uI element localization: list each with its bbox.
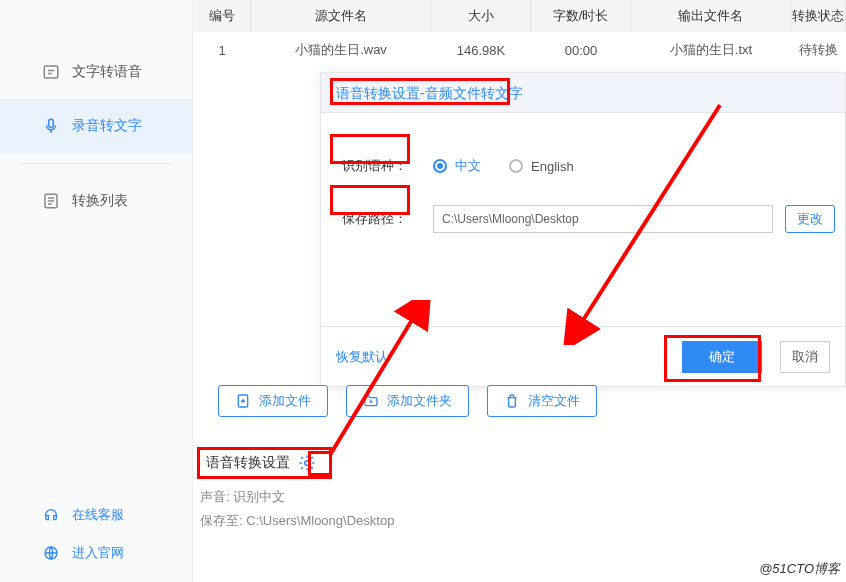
radio-label: English <box>531 159 574 174</box>
restore-link[interactable]: 恢复默认 <box>336 348 388 366</box>
settings-panel: 语音转换设置-音频文件转文字 识别语种： 中文 English 保存路径： 更改… <box>320 72 846 387</box>
th-src: 源文件名 <box>251 0 431 32</box>
path-input[interactable] <box>433 205 773 233</box>
add-folder-button[interactable]: 添加文件夹 <box>346 385 469 417</box>
tool-label: 添加文件 <box>259 392 311 410</box>
radio-zh[interactable]: 中文 <box>433 157 481 175</box>
td-size: 146.98K <box>431 32 531 68</box>
th-status: 转换状态 <box>791 0 846 32</box>
table-header: 编号 源文件名 大小 字数/时长 输出文件名 转换状态 <box>193 0 846 32</box>
mic-icon <box>42 117 60 135</box>
th-out: 输出文件名 <box>631 0 791 32</box>
clear-button[interactable]: 清空文件 <box>487 385 597 417</box>
td-status: 待转换 <box>791 32 846 68</box>
td-dur: 00:00 <box>531 32 631 68</box>
lang-label: 识别语种： <box>336 153 413 179</box>
toolbar: 添加文件 添加文件夹 清空文件 <box>218 385 597 417</box>
lang-radio-group: 中文 English <box>433 157 574 175</box>
sidebar: 文字转语音 录音转文字 转换列表 在线客服 进入官网 <box>0 0 193 582</box>
panel-footer: 恢复默认 确定 取消 <box>321 326 845 386</box>
change-button[interactable]: 更改 <box>785 205 835 233</box>
tts-icon <box>42 63 60 81</box>
tool-label: 添加文件夹 <box>387 392 452 410</box>
sidebar-label: 进入官网 <box>72 544 124 562</box>
td-id: 1 <box>193 32 251 68</box>
confirm-button[interactable]: 确定 <box>682 341 762 373</box>
th-size: 大小 <box>431 0 531 32</box>
cancel-button[interactable]: 取消 <box>780 341 830 373</box>
table-row[interactable]: 1 小猫的生日.wav 146.98K 00:00 小猫的生日.txt 待转换 <box>193 32 846 68</box>
folder-plus-icon <box>363 393 379 409</box>
divider <box>20 163 172 164</box>
radio-en[interactable]: English <box>509 159 574 174</box>
gear-icon <box>298 454 316 472</box>
td-out: 小猫的生日.txt <box>631 32 791 68</box>
settings-info: 声音: 识别中文 保存至: C:\Users\Mloong\Desktop <box>200 488 394 530</box>
path-label: 保存路径： <box>336 206 413 232</box>
settings-section: 语音转换设置 声音: 识别中文 保存至: C:\Users\Mloong\Des… <box>200 450 394 536</box>
radio-circle-icon <box>433 159 447 173</box>
settings-header[interactable]: 语音转换设置 <box>200 450 394 476</box>
sidebar-label: 在线客服 <box>72 506 124 524</box>
td-src: 小猫的生日.wav <box>251 32 431 68</box>
sidebar-item-list[interactable]: 转换列表 <box>0 174 192 228</box>
radio-circle-icon <box>509 159 523 173</box>
globe-icon <box>42 544 60 562</box>
th-dur: 字数/时长 <box>531 0 631 32</box>
save-label: 保存至: <box>200 513 243 528</box>
sidebar-item-tts[interactable]: 文字转语音 <box>0 45 192 99</box>
sidebar-item-website[interactable]: 进入官网 <box>0 534 192 572</box>
radio-label: 中文 <box>455 157 481 175</box>
panel-title: 语音转换设置-音频文件转文字 <box>336 85 523 103</box>
list-icon <box>42 192 60 210</box>
add-file-button[interactable]: 添加文件 <box>218 385 328 417</box>
sidebar-label: 文字转语音 <box>72 63 142 81</box>
svg-rect-0 <box>44 66 58 78</box>
voice-value: 识别中文 <box>233 489 285 504</box>
save-value: C:\Users\Mloong\Desktop <box>246 513 394 528</box>
sidebar-item-support[interactable]: 在线客服 <box>0 496 192 534</box>
svg-rect-1 <box>49 119 54 127</box>
sidebar-item-stt[interactable]: 录音转文字 <box>0 99 192 153</box>
settings-title: 语音转换设置 <box>206 454 290 472</box>
headset-icon <box>42 506 60 524</box>
voice-label: 声音: <box>200 489 230 504</box>
sidebar-label: 录音转文字 <box>72 117 142 135</box>
file-plus-icon <box>235 393 251 409</box>
tool-label: 清空文件 <box>528 392 580 410</box>
trash-icon <box>504 393 520 409</box>
svg-point-5 <box>305 461 310 466</box>
th-id: 编号 <box>193 0 251 32</box>
watermark: @51CTO博客 <box>759 560 840 578</box>
sidebar-label: 转换列表 <box>72 192 128 210</box>
